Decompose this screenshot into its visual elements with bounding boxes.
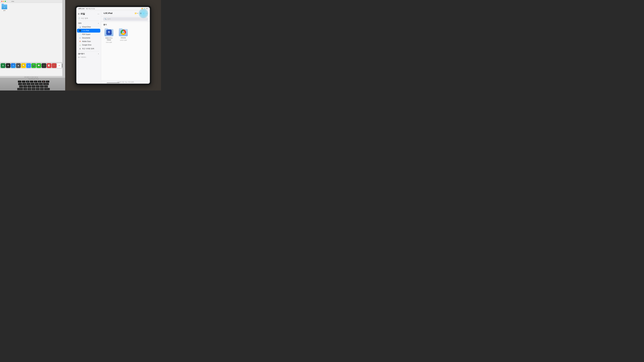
dock-naver[interactable]: N — [42, 63, 46, 68]
sidebar-grid-icon[interactable]: ⊞ — [78, 13, 80, 15]
key-ㅆ[interactable]: ㅆ — [40, 88, 44, 90]
key-ㅈ[interactable]: ㅈ — [23, 85, 27, 88]
sidebar-item-google-drive[interactable]: △ Google Drive — [77, 43, 100, 47]
key-5[interactable]: - — [35, 83, 39, 85]
key-ㄲ[interactable]: ㄲ — [36, 88, 40, 90]
gdrive-icon: △ — [79, 44, 81, 46]
sort-icon[interactable]: ↕ — [143, 12, 144, 14]
recent-icon: 🕐 — [78, 17, 80, 19]
view-toggle-icon[interactable]: ⊞ — [140, 12, 142, 14]
chrome-app-icon — [120, 29, 126, 35]
sidebar-item-downloads[interactable]: ⊕ 다운로드 — [76, 55, 101, 59]
downloads-label: 다운로드 — [80, 56, 86, 58]
folder-grid: 한 한컴오피스 Viewer 2개의 항목 — [103, 27, 148, 43]
key-1[interactable]: ^ — [18, 83, 22, 85]
minimize-button[interactable] — [3, 1, 4, 2]
sidebar-item-adobe-scan[interactable]: A Adobe Scan — [77, 40, 100, 43]
key-6[interactable]: + — [39, 83, 43, 85]
list-item[interactable]: Chrome 10개의 항목 — [118, 27, 129, 43]
key-3[interactable]: * — [26, 83, 30, 85]
sidebar-item-pdf-expert[interactable]: 📄 PDF Expert — [77, 32, 100, 36]
key-ㅅ[interactable]: ㅅ — [36, 85, 40, 88]
wifi-icon: 📶 — [142, 8, 143, 9]
key-ㅂ[interactable]: ㅂ — [19, 85, 23, 88]
dock-craft[interactable]: ◆ — [16, 63, 21, 68]
key-4[interactable]: ( — [31, 83, 34, 85]
sidebar: ⊞ 파일 ··· 🕐 최근 항목 위치 ∧ — [76, 10, 101, 84]
fn-key-share[interactable]: ↑ — [22, 81, 26, 82]
dock-messages[interactable]: 💬 — [36, 63, 41, 68]
key-shift-l[interactable]: ⇧ — [17, 88, 23, 90]
hancom-folder-name: 한컴오피스 Viewer — [103, 37, 114, 41]
list-item[interactable]: 한 한컴오피스 Viewer 2개의 항목 — [103, 27, 114, 43]
dock-excel[interactable]: X — [1, 63, 6, 68]
dock-appstore[interactable]: A — [11, 63, 16, 68]
favorites-section-header[interactable]: 즐겨찾기 ∧ — [76, 52, 101, 55]
sidebar-item-documents[interactable]: D Documents — [77, 36, 100, 40]
search-input-container[interactable]: 🔍 검색 — [103, 17, 148, 21]
close-button[interactable] — [1, 1, 2, 2]
favorites-chevron-icon: ∧ — [98, 53, 99, 54]
dock-facetime[interactable]: 📷 — [31, 63, 36, 68]
fn-key-link[interactable]: 🔗 — [26, 81, 30, 82]
key-ㅃ[interactable]: ㅃ — [23, 88, 27, 90]
keyboard-row-space: ⇧ ㅃ ㅉ ㄸ ㄲ ㅆ ⇧ — [3, 88, 64, 90]
sidebar-divider-1 — [78, 21, 99, 21]
music-folder-icon[interactable]: ♪ 음악 — [2, 4, 7, 11]
key-ㄷ[interactable]: ㄷ — [28, 85, 31, 88]
battery-level: 97% — [146, 8, 148, 9]
desktop-icons: ♪ 음악 — [0, 3, 62, 13]
dock-notion[interactable]: N — [6, 63, 10, 68]
key-brace-close[interactable]: } — [44, 85, 48, 88]
downloads-icon: ⊕ — [78, 56, 80, 58]
ipad-status-bar: 오후 12:46 3월 26일 토요일 📶 🔋 97% — [76, 7, 150, 10]
dock-kakao[interactable]: 💬 — [21, 63, 26, 68]
maximize-button[interactable] — [5, 1, 6, 2]
key-ㅉ[interactable]: ㅉ — [28, 88, 31, 90]
sidebar-item-recent[interactable]: 🕐 최근 항목 — [76, 16, 101, 20]
fn-key-back[interactable]: ‹ — [30, 81, 34, 82]
fn-row: 👁 ↑ 🔗 ‹ ⏭ 🔉 🔇 ⏺ — [18, 81, 49, 82]
dock-calendar[interactable]: 26 — [57, 63, 62, 68]
dock-app11[interactable]: 🏃 — [52, 63, 56, 68]
home-indicator[interactable] — [107, 82, 120, 83]
macbook-area: ofraw ♪ 음악 3개의 항목, 217.21GB 사용 가능 X N A … — [0, 0, 67, 90]
pdf-icon: 📄 — [79, 33, 81, 35]
search-bar: 🔍 검색 — [101, 16, 150, 22]
fn-key-eye[interactable]: 👁 — [18, 81, 22, 82]
documents-icon: D — [79, 37, 81, 39]
dock-sticky[interactable]: 📝 — [47, 63, 52, 68]
location-label: 위치 — [78, 22, 82, 24]
my-ipad-label: 나의 iPad — [82, 29, 89, 32]
key-ㄸ[interactable]: ㄸ — [32, 88, 36, 90]
key-ㄱ[interactable]: ㄱ — [32, 85, 36, 88]
footer-text: 125GB 사용 가능, 2개의 항목 — [117, 81, 134, 83]
fn-key-record[interactable]: ⏺ — [46, 81, 49, 82]
key-del[interactable]: ⌫ — [43, 83, 49, 85]
more-toolbar-icon[interactable]: ··· — [146, 12, 148, 14]
main-toolbar: 나의 iPad 📁+ ⊞ ↕ ··· — [101, 10, 150, 16]
location-section-header[interactable]: 위치 ∧ — [76, 21, 101, 25]
fn-key-mute[interactable]: 🔇 — [42, 81, 45, 82]
content-area: 폴더 한 한컴오피스 — [101, 22, 150, 80]
folder-icon-container: 한 — [104, 27, 114, 36]
new-folder-icon[interactable]: 📁+ — [134, 12, 138, 14]
music-note-icon: ♪ — [4, 6, 5, 8]
key-brace-open[interactable]: { — [40, 85, 44, 88]
fn-key-vol-down[interactable]: 🔉 — [38, 81, 41, 82]
dock: X N A ◆ 💬 Z 📷 💬 N 📝 🏃 26 🔍 W 🖼 📸 🗑 — [0, 62, 62, 69]
dock-search[interactable]: 🔍 — [62, 63, 62, 68]
sidebar-more-icon[interactable]: ··· — [98, 12, 99, 15]
sidebar-item-icloud[interactable]: ☁ iCloud Drive — [77, 25, 100, 29]
sidebar-item-recently-deleted[interactable]: 🗑 최근 삭제된 항목 — [77, 47, 100, 51]
key-shift-r[interactable]: ⇧ — [44, 88, 50, 90]
dock-zoom[interactable]: Z — [26, 63, 31, 68]
key-2[interactable]: & — [22, 83, 26, 85]
adobe-scan-icon: A — [79, 40, 81, 42]
gdrive-label: Google Drive — [82, 44, 91, 46]
fn-key-skip[interactable]: ⏭ — [34, 81, 38, 82]
sidebar-item-my-ipad[interactable]: 📱 나의 iPad — [77, 29, 100, 32]
icloud-label: iCloud Drive — [82, 26, 91, 28]
macbook-screen: ofraw ♪ 음악 3개의 항목, 217.21GB 사용 가능 X N A … — [0, 0, 62, 78]
folder-icon-container-chrome — [118, 27, 128, 36]
